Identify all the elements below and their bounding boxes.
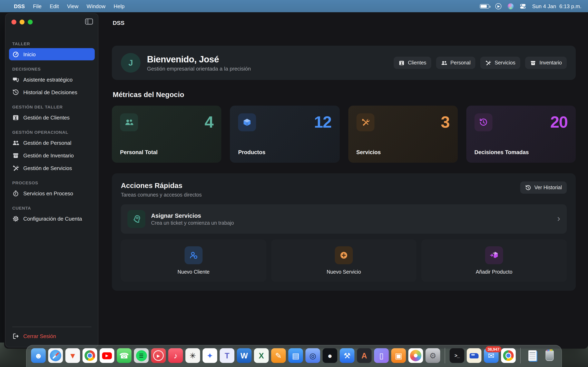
sidebar-item-gestion-de-personal[interactable]: Gestión de Personal — [9, 137, 95, 149]
metrics-grid: 4 Personal Total 12 Productos — [112, 106, 576, 163]
menu-app-name[interactable]: DSS — [14, 3, 25, 9]
dock-documents-stack-icon[interactable] — [525, 348, 540, 363]
cube-icon — [238, 113, 256, 131]
shortcut-clientes-button[interactable]: Clientes — [394, 57, 431, 69]
dock-system-settings-icon[interactable]: ⚙ — [425, 348, 440, 363]
siri-icon[interactable] — [508, 3, 514, 9]
quick-actions-panel: Acciones Rápidas Tareas comunes y acceso… — [112, 173, 576, 291]
logout-icon — [12, 333, 19, 340]
metric-label: Productos — [238, 149, 332, 155]
nuevo-servicio-card[interactable]: Nuevo Servicio — [271, 239, 416, 282]
people-icon — [120, 113, 138, 131]
dock-spotify-icon[interactable]: ☰ — [134, 348, 149, 363]
dock-trash-icon[interactable] — [542, 348, 557, 363]
zoom-button[interactable] — [28, 20, 33, 25]
metric-value: 4 — [205, 113, 213, 131]
tools-icon — [356, 113, 374, 131]
control-center-icon[interactable] — [520, 3, 526, 9]
shortcut-servicios-button[interactable]: Servicios — [480, 57, 520, 69]
dock-mail-icon[interactable]: ✉38,947 — [484, 348, 499, 363]
menu-date: Sun 4 Jan — [532, 3, 556, 9]
battery-icon[interactable] — [480, 4, 489, 8]
sidebar-item-inicio[interactable]: Inicio — [9, 48, 95, 60]
sidebar-item-configuracion-de-cuenta[interactable]: Configuración de Cuenta — [9, 212, 95, 225]
minimize-button[interactable] — [20, 20, 25, 25]
dock-whatsapp-icon[interactable]: ☎ — [117, 348, 131, 363]
shortcut-label: Clientes — [408, 60, 426, 66]
metric-card-servicios[interactable]: 3 Servicios — [348, 106, 458, 163]
play-circle-icon[interactable]: ▶ — [495, 3, 502, 9]
dock-brave-icon[interactable]: ▼ — [65, 348, 80, 363]
sidebar-item-historial-de-decisiones[interactable]: Historial de Decisiones — [9, 86, 95, 98]
logout-button[interactable]: Cerrar Sesión — [9, 331, 95, 341]
menu-view[interactable]: View — [67, 3, 78, 9]
metric-card-productos[interactable]: 12 Productos — [230, 106, 340, 163]
shortcut-label: Servicios — [495, 60, 515, 66]
dock-sparkle-app-icon[interactable]: ✦ — [203, 348, 217, 363]
dock-books-icon[interactable]: ▣ — [391, 348, 406, 363]
menu-edit[interactable]: Edit — [50, 3, 59, 9]
sidebar-divider — [12, 327, 91, 327]
logout-label: Cerrar Sesión — [23, 333, 56, 339]
dock-xcode-icon[interactable]: ⚒ — [340, 348, 355, 363]
metric-card-decisiones[interactable]: 20 Decisiones Tomadas — [466, 106, 576, 163]
shortcut-label: Personal — [450, 60, 471, 66]
shortcut-inventario-button[interactable]: Inventario — [525, 57, 567, 69]
timer-icon — [12, 190, 19, 197]
dock-youtube-icon[interactable]: ▶ — [100, 348, 114, 363]
anadir-producto-card[interactable]: Añadir Producto — [421, 239, 567, 282]
chevron-right-icon: › — [557, 214, 560, 224]
nuevo-servicio-label: Nuevo Servicio — [327, 269, 361, 275]
menu-file[interactable]: File — [33, 3, 42, 9]
sidebar-item-gestion-de-clientes[interactable]: Gestión de Clientes — [9, 111, 95, 124]
window-titlebar: DSS — [100, 12, 588, 33]
dock-safari-icon[interactable] — [48, 348, 63, 363]
dock-youtube-music-icon[interactable]: ▶ — [151, 348, 166, 363]
sidebar-toggle-icon[interactable] — [85, 18, 93, 25]
dock-word-icon[interactable]: W — [237, 348, 251, 363]
asignar-servicios-subtitle: Crea un ticket y comienza un trabajo — [151, 220, 234, 226]
sidebar-item-label: Gestión de Servicios — [23, 165, 72, 171]
dock-pages-icon[interactable]: ✎ — [271, 348, 286, 363]
sidebar-item-asistente-estrategico[interactable]: Asistente estratégico — [9, 73, 95, 86]
nuevo-cliente-card[interactable]: Nuevo Cliente — [121, 239, 266, 282]
sidebar-section-label: TALLER — [12, 41, 98, 46]
dock-camera-app-icon[interactable]: ◎ — [305, 348, 320, 363]
metric-label: Personal Total — [120, 149, 213, 155]
gear-icon — [12, 215, 19, 222]
dock-chatgpt-icon[interactable]: ✳ — [185, 348, 200, 363]
dock-apple-music-icon[interactable]: ♪ — [168, 348, 183, 363]
nuevo-cliente-label: Nuevo Cliente — [177, 269, 209, 275]
sidebar-item-gestion-de-inventario[interactable]: Gestión de Inventario — [9, 149, 95, 161]
metric-card-personal-total[interactable]: 4 Personal Total — [112, 106, 222, 163]
dock-arc-icon[interactable]: A — [357, 348, 372, 363]
sidebar-section-label: GESTIÓN DEL TALLER — [12, 104, 98, 109]
dock-github-icon[interactable]: ● — [323, 348, 337, 363]
dock-finder-icon[interactable]: ☻ — [31, 348, 46, 363]
sidebar-section-label: PROCESOS — [12, 180, 98, 185]
menu-clock[interactable]: Sun 4 Jan 6:13 p.m. — [532, 3, 582, 9]
sidebar-item-servicios-en-proceso[interactable]: Servicios en Proceso — [9, 187, 95, 200]
ver-historial-button[interactable]: Ver Historial — [520, 182, 567, 194]
dock-chrome-alt-icon[interactable] — [501, 348, 516, 363]
brain-icon — [127, 210, 145, 228]
dock-car-app-icon[interactable] — [467, 348, 481, 363]
shortcut-label: Inventario — [539, 60, 562, 66]
close-button[interactable] — [11, 20, 16, 25]
menu-window[interactable]: Window — [86, 3, 105, 9]
menu-help[interactable]: Help — [114, 3, 125, 9]
plus-icon — [335, 246, 353, 264]
client-card-icon — [12, 114, 19, 121]
dock-iphone-mirroring-icon[interactable]: ▯ — [374, 348, 389, 363]
dock-terminal-icon[interactable]: >_ — [450, 348, 464, 363]
sidebar-item-gestion-de-servicios[interactable]: Gestión de Servicios — [9, 162, 95, 174]
dock-teams-icon[interactable]: T — [220, 348, 234, 363]
metric-label: Decisiones Tomadas — [475, 149, 568, 155]
shortcut-personal-button[interactable]: Personal — [436, 57, 476, 69]
asignar-servicios-row[interactable]: Asignar Servicios Crea un ticket y comie… — [121, 204, 567, 234]
dock-divider-2 — [520, 348, 521, 363]
dock-chrome-icon[interactable] — [82, 348, 97, 363]
dock-photos-icon[interactable] — [408, 348, 423, 363]
dock-keynote-icon[interactable]: ▤ — [288, 348, 303, 363]
dock-excel-icon[interactable]: X — [254, 348, 269, 363]
